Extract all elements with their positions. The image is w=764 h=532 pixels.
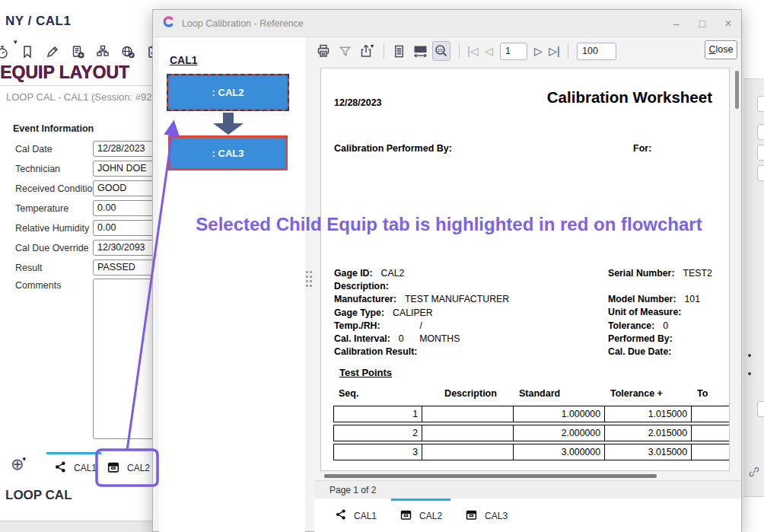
dialog-tab-cal1[interactable]: CAL1 — [323, 499, 388, 532]
field-input[interactable]: GOOD — [93, 180, 160, 196]
bookmark-icon[interactable] — [20, 44, 35, 59]
report-field: Serial Number:TEST2 — [608, 268, 730, 281]
globe-check-icon[interactable] — [120, 44, 135, 59]
report-field: Calibration Result: — [334, 346, 600, 359]
cut-field — [757, 96, 764, 112]
table-row: 2 2.000000 2.015000 — [333, 425, 730, 441]
dialog-tab-cal3[interactable]: CAL3 — [454, 499, 519, 532]
field-input[interactable]: 0.00 — [93, 220, 160, 236]
dialog-tab-label: CAL3 — [485, 511, 508, 521]
report-field: Tolerance:0 — [608, 320, 730, 333]
comments-label: Comments — [15, 280, 61, 291]
report-page: 12/28/2023 Calibration Worksheet Calibra… — [320, 68, 730, 471]
report-field: Unit of Measure: — [608, 307, 730, 320]
add-equip-button[interactable]: ⊕▾ — [11, 455, 26, 473]
report-field: Description: — [334, 281, 600, 294]
next-page-icon[interactable]: ▷ — [530, 45, 546, 57]
field-label: Received Condition — [15, 183, 97, 194]
flowchart-node-cal3[interactable]: : CAL3 — [168, 135, 288, 170]
form-row: Cal Due Override 12/30/2093 — [0, 240, 161, 260]
page-width-view-icon[interactable] — [411, 41, 429, 61]
dialog-equip-tabs: CAL1 CAL2 CAL3 — [314, 499, 741, 532]
page-status: Page 1 of 2 — [314, 480, 741, 499]
archive-box-icon — [107, 460, 120, 476]
test-points-heading: Test Points — [339, 367, 392, 378]
last-page-icon[interactable]: ▷| — [546, 45, 562, 57]
dialog-title: Loop Calibration - Reference — [182, 18, 304, 29]
breadcrumb: NY / CAL1 — [5, 14, 71, 29]
page-number-input[interactable]: 1 — [500, 43, 527, 60]
event-form: Cal Date 12/28/2023 Technician JOHN DOE … — [0, 141, 161, 279]
share-icon — [54, 460, 67, 476]
flowchart-root-label[interactable]: CAL1 — [170, 54, 198, 66]
equip-tab-cal1[interactable]: CAL1 — [43, 452, 103, 484]
report-date: 12/28/2023 — [334, 97, 382, 108]
field-label: Result — [15, 263, 42, 273]
report-field: Manufacturer:TEST MANUFACTURER — [334, 294, 600, 307]
report-field: Cal. Interval:0 MONTHS — [334, 333, 600, 346]
field-label: Cal Due Override — [15, 243, 89, 253]
previous-page-icon[interactable]: ◁ — [481, 45, 497, 57]
maximize-button[interactable]: □ — [689, 10, 715, 37]
cut-field — [757, 165, 764, 181]
cut-icon — [748, 372, 751, 375]
report-field: Temp./RH: / — [334, 320, 600, 333]
archive-box-icon — [465, 508, 478, 524]
loop-cal-heading: LOOP CAL — [5, 488, 72, 503]
edit-icon[interactable] — [45, 44, 60, 59]
gage-details-left: Gage ID:CAL2 Description: Manufacturer:T… — [334, 268, 600, 359]
field-input[interactable]: JOHN DOE — [93, 161, 160, 177]
vertical-scrollbar-thumb[interactable] — [735, 71, 739, 109]
report-field: Gage Type:CALIPER — [334, 307, 600, 320]
add-circle-icon: ⊕ — [11, 455, 24, 473]
field-input[interactable]: PASSED — [93, 260, 160, 276]
report-toolbar: ▾ 100 |◁ ◁ 1 ▷ ▷| 100 — [314, 37, 741, 65]
close-window-button[interactable]: × — [715, 10, 741, 37]
field-label: Cal Date — [15, 144, 53, 155]
hierarchy-add-icon[interactable] — [95, 44, 110, 59]
whole-page-view-icon[interactable] — [390, 41, 408, 61]
report-title: Calibration Worksheet — [547, 88, 712, 107]
zoom-100-icon[interactable]: 100 — [432, 41, 450, 61]
link-icon[interactable] — [748, 466, 760, 481]
dialog-tab-cal2[interactable]: CAL2 — [388, 499, 454, 532]
form-row: Result PASSED — [0, 260, 161, 279]
svg-text:100: 100 — [438, 49, 444, 53]
form-row: Received Condition GOOD — [0, 180, 161, 200]
performed-by-label: Calibration Performed By: — [334, 143, 452, 154]
report-field: Performed By: — [608, 333, 730, 346]
filter-icon[interactable] — [336, 41, 354, 61]
field-label: Relative Humidity — [15, 223, 89, 234]
report-field: Gage ID:CAL2 — [334, 268, 600, 281]
export-icon[interactable]: ▾ — [357, 41, 375, 61]
table-body: 1 1.000000 1.015000 2 2.000000 2.015000 — [333, 406, 730, 460]
caret-down-icon: ▾ — [23, 455, 27, 463]
report-field: Cal. Due Date: — [608, 346, 730, 359]
flowchart-node-cal2-selected[interactable]: : CAL2 — [167, 74, 289, 111]
horizontal-scrollbar-thumb[interactable] — [324, 474, 657, 478]
first-page-icon[interactable]: |◁ — [465, 45, 481, 57]
zoom-level-input[interactable]: 100 — [577, 43, 616, 60]
minimize-button[interactable]: – — [664, 10, 689, 37]
document-add-icon[interactable] — [70, 44, 85, 59]
field-input[interactable]: 0.00 — [93, 200, 160, 216]
form-row: Technician JOHN DOE — [0, 161, 161, 180]
timer-icon[interactable] — [0, 44, 10, 59]
flow-arrow-icon — [223, 113, 234, 123]
panel-splitter-handle[interactable] — [306, 271, 314, 294]
equip-tab-cal2[interactable]: CAL2 — [107, 452, 154, 484]
page-title: EQUIP LAYOUT — [0, 62, 129, 83]
equip-tab-label: CAL2 — [127, 463, 150, 473]
field-input[interactable]: 12/28/2023 — [93, 141, 160, 157]
report-field: Model Number:101 — [608, 294, 730, 307]
dialog-titlebar[interactable]: Loop Calibration - Reference – □ × — [153, 10, 741, 37]
comments-textarea[interactable] — [93, 279, 161, 439]
divider — [0, 85, 156, 86]
form-row: Cal Date 12/28/2023 — [0, 141, 161, 161]
background-right-edge — [742, 0, 764, 532]
close-button[interactable]: Close — [705, 40, 737, 59]
print-icon[interactable] — [314, 41, 333, 61]
form-row: Temperature 0.00 — [0, 200, 161, 220]
flow-arrow-icon — [213, 123, 244, 135]
field-input[interactable]: 12/30/2093 — [93, 240, 160, 256]
